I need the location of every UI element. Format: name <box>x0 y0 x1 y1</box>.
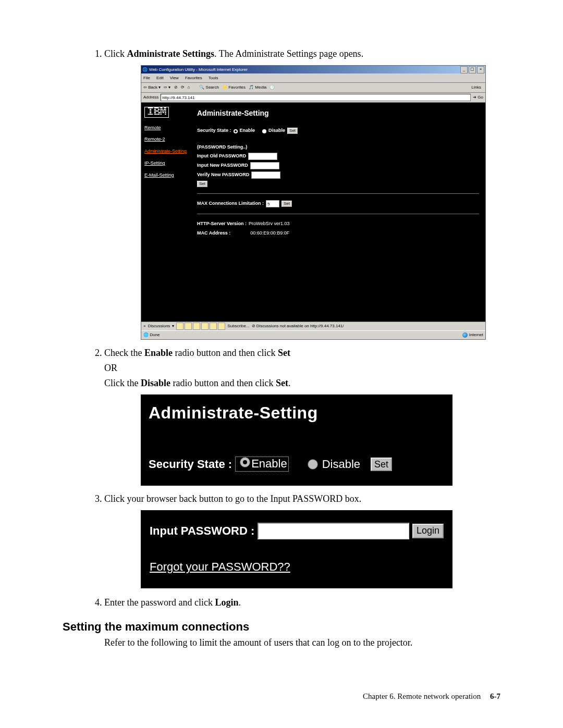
discuss-close-icon[interactable]: × <box>143 323 146 329</box>
stop-icon[interactable]: ⊘ <box>174 84 178 91</box>
max-connections-label: MAX Connections Limitation : <box>197 200 264 207</box>
step-1: Click Administrate Settings. The Adminis… <box>104 47 500 340</box>
set-password-button[interactable]: Set <box>197 181 207 187</box>
ie-icon: 🌐 <box>142 67 148 73</box>
password-heading: (PASSWORD Setting..) <box>197 144 479 151</box>
fig3-login-button[interactable]: Login <box>412 524 444 538</box>
media-button[interactable]: 🎵 Media <box>249 84 266 91</box>
step-4-bold: Login <box>215 597 238 608</box>
close-button[interactable]: × <box>477 66 484 73</box>
fig3-password-input[interactable] <box>258 523 409 539</box>
fig2-heading: Administrate-Setting <box>149 400 445 425</box>
back-button[interactable]: ⇦ Back ▾ <box>143 84 161 91</box>
links-label[interactable]: Links <box>455 84 483 91</box>
menu-favorites[interactable]: Favorites <box>185 75 202 81</box>
old-password-input[interactable] <box>248 153 277 160</box>
step-2b-post: . <box>288 378 291 388</box>
step-2b-mid: radio button and then click <box>170 378 276 388</box>
fig3-forgot-link[interactable]: Forgot your PASSWORD?? <box>150 558 290 575</box>
fig2-set-button[interactable]: Set <box>371 458 392 471</box>
step-3-text: Click your browser back button to go to … <box>104 493 361 504</box>
step-2b-pre: Click the <box>104 378 141 388</box>
maximize-button[interactable]: ▢ <box>469 66 476 73</box>
old-password-label: Input Old PASSWORD <box>197 153 246 160</box>
step-2-bold1: Enable <box>144 348 173 358</box>
figure-administrate-setting: Administrate-Setting Security State : En… <box>141 394 452 486</box>
ie-addressbar: Address ➜ Go <box>141 93 485 103</box>
fig2-disable-radio[interactable] <box>308 459 318 470</box>
menu-file[interactable]: File <box>143 75 150 81</box>
sidebar-item-ip-setting[interactable]: IP-Setting <box>144 161 188 166</box>
set-security-button[interactable]: Set <box>287 128 298 134</box>
ie-toolbar: ⇦ Back ▾ ⇨ ▾ ⊘ ⟳ ⌂ 🔍 Search ⭐ Favorites … <box>141 83 485 93</box>
refresh-icon[interactable]: ⟳ <box>181 84 185 91</box>
fig3-password-label: Input PASSWORD : <box>150 522 254 539</box>
set-max-button[interactable]: Set <box>282 201 292 207</box>
figure-input-password: Input PASSWORD : Login Forgot your PASSW… <box>141 510 452 588</box>
address-label: Address <box>143 94 158 101</box>
fig2-enable-radio[interactable] <box>240 457 250 467</box>
discuss-icon-5[interactable] <box>210 323 217 330</box>
verify-password-label: Verify New PASSWORD <box>197 171 249 179</box>
ibm-logo: IBM <box>144 107 169 118</box>
step-2b-bold1: Disable <box>141 378 170 388</box>
discuss-icon-4[interactable] <box>201 323 209 330</box>
menu-edit[interactable]: Edit <box>156 75 164 81</box>
enable-radio[interactable] <box>234 129 238 133</box>
forward-button[interactable]: ⇨ ▾ <box>164 84 170 91</box>
step-2-bold2: Set <box>278 348 290 358</box>
step-2: Check the Enable radio button and then c… <box>104 346 500 486</box>
sidebar-item-remote-2[interactable]: Remote-2 <box>144 137 188 142</box>
step-2-or: OR <box>104 361 500 375</box>
figure-ie-window: 🌐 Web Configuration Utility - Microsoft … <box>141 65 486 340</box>
favorites-button[interactable]: ⭐ Favorites <box>222 84 246 91</box>
security-state-label: Security State : <box>197 127 231 134</box>
menu-view[interactable]: View <box>170 75 179 81</box>
ie-discuss-bar: × Discussions ▾ Subscribe... ⊘ Discussio… <box>141 322 485 330</box>
verify-password-input[interactable] <box>251 171 280 179</box>
ie-main-panel: Administrate-Setting Security State : En… <box>191 103 485 322</box>
ie-title: Web Configuration Utility - Microsoft In… <box>149 67 248 73</box>
discuss-icon-6[interactable] <box>218 323 225 330</box>
address-input[interactable] <box>161 94 471 101</box>
security-state-row: Security State : Enable Disable Set <box>197 127 479 134</box>
status-done: 🌐 Done <box>143 332 160 338</box>
ie-titlebar: 🌐 Web Configuration Utility - Microsoft … <box>141 66 485 73</box>
max-connections-row: MAX Connections Limitation : Set <box>197 200 479 207</box>
step-2-mid: radio button and then click <box>173 348 278 358</box>
step-4-post: . <box>238 597 241 608</box>
history-icon[interactable]: 🕑 <box>270 84 275 91</box>
ie-status-bar: 🌐 Done Internet <box>141 330 485 339</box>
mac-address-value: 00:60:E9:00:B9:0F <box>250 230 289 237</box>
disable-label: Disable <box>268 127 285 134</box>
enable-label: Enable <box>240 127 255 134</box>
fig2-disable-label: Disable <box>322 455 360 473</box>
go-button[interactable]: ➜ Go <box>473 94 483 101</box>
minimize-button[interactable]: _ <box>460 66 468 73</box>
menu-tools[interactable]: Tools <box>209 75 218 81</box>
search-button[interactable]: 🔍 Search <box>199 84 219 91</box>
new-password-label: Input New PASSWORD <box>197 162 248 169</box>
disable-radio[interactable] <box>262 129 266 133</box>
sidebar-item-remote[interactable]: Remote <box>144 125 188 131</box>
sidebar-item-administrate-setting[interactable]: Administrate-Setting <box>144 149 188 154</box>
http-version-value: ProWebSrv ver1.03 <box>249 220 289 228</box>
discuss-icon-2[interactable] <box>185 323 192 330</box>
main-heading: Administrate-Setting <box>197 108 479 119</box>
subscribe-link[interactable]: Subscribe... <box>227 323 249 329</box>
discussions-label[interactable]: Discussions <box>148 323 170 329</box>
step-2b-bold2: Set <box>276 378 288 388</box>
discuss-icon-3[interactable] <box>193 323 200 330</box>
section-heading: Setting the maximum connections <box>63 620 500 634</box>
sidebar-item-email-setting[interactable]: E-Mail-Setting <box>144 172 188 178</box>
new-password-input[interactable] <box>250 162 279 169</box>
step-1-text-post: . The Administrate Settings page opens. <box>214 48 363 59</box>
max-connections-input[interactable] <box>266 200 279 207</box>
discuss-icon-1[interactable] <box>176 323 183 330</box>
footer-chapter: Chapter 6. Remote network operation <box>363 692 481 700</box>
fig2-security-label: Security State : <box>149 455 232 473</box>
fig2-enable-label: Enable <box>251 457 287 470</box>
section-paragraph: Refer to the following to limit the amou… <box>104 636 500 650</box>
ie-sidebar: IBM Remote Remote-2 Administrate-Setting… <box>141 103 191 322</box>
home-icon[interactable]: ⌂ <box>188 84 190 91</box>
